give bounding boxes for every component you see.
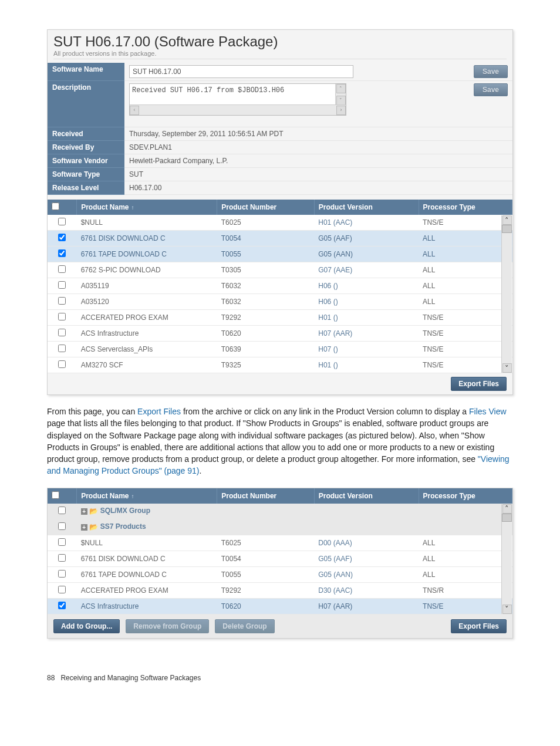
- col-processor-type[interactable]: Processor Type: [419, 488, 512, 504]
- table-row[interactable]: A035120T6032H06 ()ALL: [48, 294, 512, 310]
- cell-processor: TNS/E: [419, 598, 512, 614]
- scroll-thumb[interactable]: [502, 225, 512, 233]
- group-row[interactable]: +📂SS7 Products: [48, 519, 512, 535]
- table-row[interactable]: ACS Serverclass_APIsT0639H07 ()TNS/E: [48, 342, 512, 357]
- cell-version-link[interactable]: H01 (): [314, 357, 419, 373]
- group-label[interactable]: +📂SQL/MX Group: [77, 504, 512, 519]
- cell-number: T9325: [217, 357, 315, 373]
- export-files-button[interactable]: Export Files: [451, 377, 507, 391]
- table-row[interactable]: ACS InfrastructureT0620H07 (AAR)TNS/E: [48, 326, 512, 342]
- row-checkbox[interactable]: [58, 360, 66, 368]
- cell-version-link[interactable]: H06 (): [314, 294, 419, 310]
- cell-version-link[interactable]: H07 (AAR): [314, 598, 419, 614]
- row-checkbox[interactable]: [58, 281, 66, 289]
- table-row[interactable]: 6761 TAPE DOWNLOAD CT0055G05 (AAN)ALL: [48, 247, 512, 262]
- col-product-version[interactable]: Product Version: [314, 488, 419, 504]
- expand-icon[interactable]: +: [81, 524, 87, 531]
- table-row[interactable]: $NULLT6025H01 (AAC)TNS/E: [48, 215, 512, 231]
- col-product-number[interactable]: Product Number: [217, 200, 315, 215]
- col-product-name[interactable]: Product Name↑: [77, 200, 217, 215]
- row-checkbox[interactable]: [58, 538, 66, 546]
- cell-version-link[interactable]: G05 (AAF): [314, 231, 419, 247]
- scroll-left-icon[interactable]: ‹: [130, 106, 139, 115]
- row-checkbox[interactable]: [58, 522, 66, 530]
- save-name-button[interactable]: Save: [474, 65, 508, 78]
- cell-version-link[interactable]: H01 (): [314, 310, 419, 326]
- save-description-button[interactable]: Save: [474, 83, 508, 96]
- cell-version-link[interactable]: H06 (): [314, 278, 419, 294]
- table-row[interactable]: 6761 DISK DOWNLOAD CT0054G05 (AAF)ALL: [48, 551, 512, 566]
- grid-scrollbar[interactable]: ˄ ˅: [501, 215, 512, 373]
- row-checkbox[interactable]: [58, 218, 66, 225]
- cell-processor: ALL: [419, 535, 512, 551]
- files-view-link[interactable]: Files View: [469, 407, 507, 416]
- scroll-down-icon[interactable]: ˅: [502, 605, 512, 614]
- export-files-link[interactable]: Export Files: [137, 407, 181, 416]
- cell-version-link[interactable]: G07 (AAE): [314, 262, 419, 278]
- group-row[interactable]: +📂SQL/MX Group: [48, 504, 512, 519]
- table-row[interactable]: 6762 S-PIC DOWNLOADT0305G07 (AAE)ALL: [48, 262, 512, 278]
- row-checkbox[interactable]: [58, 570, 66, 578]
- group-label[interactable]: +📂SS7 Products: [77, 519, 512, 535]
- label-received-by: Received By: [48, 141, 124, 154]
- col-processor-type[interactable]: Processor Type: [419, 200, 512, 215]
- cell-version-link[interactable]: G05 (AAN): [314, 566, 419, 582]
- row-checkbox[interactable]: [58, 265, 66, 273]
- delete-group-button[interactable]: Delete Group: [215, 619, 274, 633]
- select-all-checkbox[interactable]: [52, 202, 59, 210]
- col-product-version[interactable]: Product Version: [314, 200, 419, 215]
- value-type: SUT: [124, 168, 512, 181]
- cell-version-link[interactable]: G05 (AAF): [314, 551, 419, 566]
- table-row[interactable]: 6761 TAPE DOWNLOAD CT0055G05 (AAN)ALL: [48, 566, 512, 582]
- cell-processor: ALL: [419, 278, 512, 294]
- table-row[interactable]: 6761 DISK DOWNLOAD CT0054G05 (AAF)ALL: [48, 231, 512, 247]
- cell-version-link[interactable]: G05 (AAN): [314, 247, 419, 262]
- cell-version-link[interactable]: H01 (AAC): [314, 215, 419, 231]
- row-checkbox[interactable]: [58, 602, 66, 609]
- desc-scrollbar-vertical[interactable]: ˄ ˅: [335, 84, 346, 105]
- table-row[interactable]: $NULLT6025D00 (AAA)ALL: [48, 535, 512, 551]
- cell-processor: ALL: [419, 566, 512, 582]
- row-checkbox[interactable]: [58, 234, 66, 241]
- cell-version-link[interactable]: D30 (AAC): [314, 582, 419, 598]
- export-files-button[interactable]: Export Files: [451, 619, 507, 633]
- row-checkbox[interactable]: [58, 586, 66, 593]
- desc-scrollbar-horizontal[interactable]: ‹ ›: [130, 104, 346, 115]
- cell-number: T6032: [217, 278, 315, 294]
- scroll-up-icon[interactable]: ˄: [336, 84, 346, 93]
- scroll-up-icon[interactable]: ˄: [502, 215, 512, 225]
- col-product-name[interactable]: Product Name↑: [77, 488, 217, 504]
- row-checkbox[interactable]: [58, 313, 66, 320]
- row-checkbox[interactable]: [58, 249, 66, 257]
- row-checkbox[interactable]: [58, 329, 66, 336]
- cell-version-link[interactable]: H07 (): [314, 342, 419, 357]
- row-checkbox[interactable]: [58, 554, 66, 562]
- scroll-up-icon[interactable]: ˄: [502, 504, 512, 514]
- table-row[interactable]: ACS InfrastructureT0620H07 (AAR)TNS/E: [48, 598, 512, 614]
- scroll-down-icon[interactable]: ˅: [502, 363, 512, 373]
- row-checkbox[interactable]: [58, 345, 66, 352]
- select-all-checkbox[interactable]: [52, 491, 59, 499]
- table-row[interactable]: AM3270 SCFT9325H01 ()TNS/E: [48, 357, 512, 373]
- remove-from-group-button[interactable]: Remove from Group: [126, 619, 209, 633]
- row-checkbox[interactable]: [58, 297, 66, 305]
- table-row[interactable]: A035119T6032H06 ()ALL: [48, 278, 512, 294]
- col-product-number[interactable]: Product Number: [217, 488, 315, 504]
- software-name-input[interactable]: [129, 65, 353, 78]
- cell-version-link[interactable]: D00 (AAA): [314, 535, 419, 551]
- expand-icon[interactable]: +: [81, 508, 87, 515]
- cell-processor: ALL: [419, 231, 512, 247]
- cell-version-link[interactable]: H07 (AAR): [314, 326, 419, 342]
- scroll-thumb[interactable]: [502, 514, 512, 522]
- table-row[interactable]: ACCERATED PROG EXAMT9292D30 (AAC)TNS/R: [48, 582, 512, 598]
- label-release: Release Level: [48, 181, 124, 195]
- scroll-right-icon[interactable]: ›: [336, 106, 346, 115]
- add-to-group-button[interactable]: Add to Group...: [53, 619, 120, 633]
- scroll-down-icon[interactable]: ˅: [336, 96, 346, 105]
- cell-processor: ALL: [419, 294, 512, 310]
- table-row[interactable]: ACCERATED PROG EXAMT9292H01 ()TNS/E: [48, 310, 512, 326]
- row-checkbox[interactable]: [58, 507, 66, 514]
- description-textarea[interactable]: Received SUT H06.17 from $JBOD13.H06 ˄ ˅…: [129, 83, 346, 116]
- cell-name: A035120: [77, 294, 217, 310]
- grid-scrollbar[interactable]: ˄ ˅: [501, 504, 512, 614]
